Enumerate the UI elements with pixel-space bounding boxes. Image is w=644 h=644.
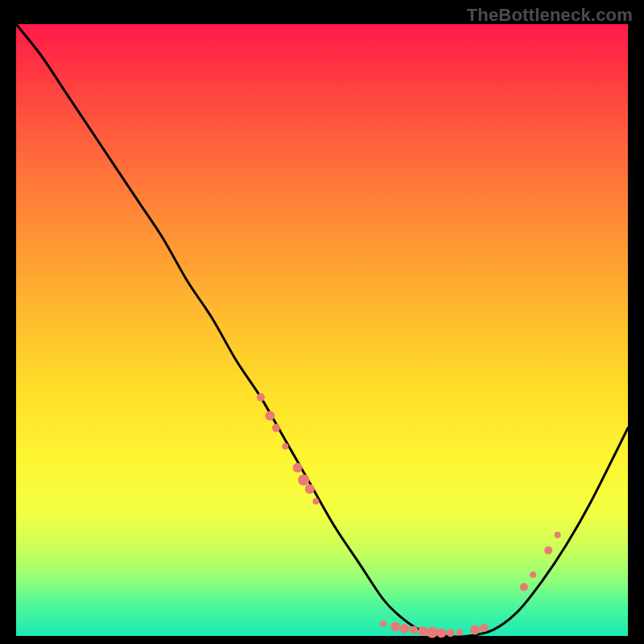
- bottleneck-curve: [16, 24, 628, 637]
- marker-point: [555, 532, 561, 539]
- marker-point: [265, 411, 275, 420]
- watermark-text: TheBottleneck.com: [467, 5, 633, 26]
- marker-point: [400, 624, 410, 634]
- marker-point: [380, 621, 386, 627]
- marker-point: [272, 424, 280, 432]
- marker-point: [427, 626, 438, 638]
- marker-point: [470, 625, 480, 634]
- marker-point: [410, 625, 418, 634]
- marker-group: [257, 394, 561, 638]
- marker-point: [293, 463, 303, 473]
- marker-point: [520, 583, 528, 591]
- marker-point: [436, 628, 446, 638]
- marker-point: [418, 626, 427, 636]
- marker-point: [282, 443, 288, 449]
- chart-container: TheBottleneck.com: [0, 0, 644, 644]
- plot-area: [16, 24, 628, 636]
- marker-point: [390, 622, 400, 632]
- marker-point: [312, 498, 319, 505]
- marker-point: [530, 572, 536, 578]
- marker-point: [544, 547, 552, 555]
- marker-point: [305, 485, 315, 494]
- chart-svg: [16, 24, 628, 636]
- marker-point: [447, 629, 455, 637]
- marker-point: [298, 474, 309, 485]
- marker-point: [480, 624, 488, 632]
- marker-point: [257, 394, 265, 402]
- marker-point: [456, 629, 463, 635]
